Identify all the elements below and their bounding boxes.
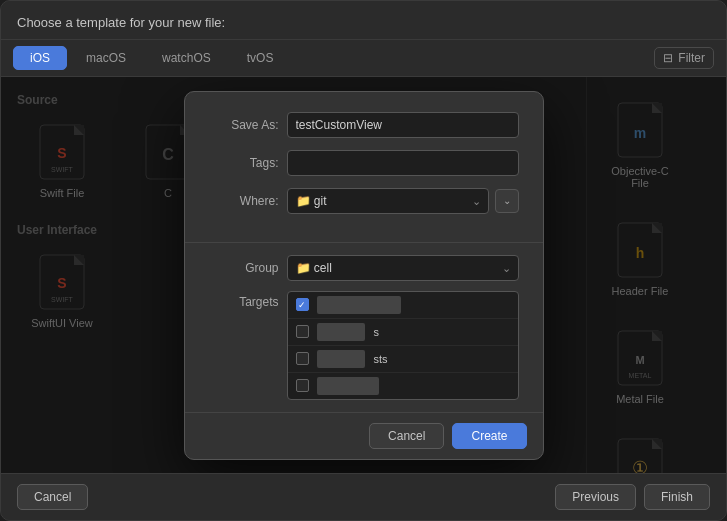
target-checkbox-3[interactable] [296,352,309,365]
bottom-bar: Cancel Previous Finish [1,473,726,520]
targets-row: Targets [209,291,519,400]
top-instruction: Choose a template for your new file: [17,15,225,30]
content-area: Source S SWIFT Swi [1,77,726,473]
target-item-1 [288,292,518,319]
target-text-3 [317,350,366,368]
target-text-4 [317,377,379,395]
group-label: Group [209,261,279,275]
dialog-buttons: Cancel Create [185,412,543,459]
save-as-row: Save As: [209,112,519,138]
save-as-input[interactable] [287,112,519,138]
filter-icon: ⊟ [663,51,673,65]
target-item-2: s [288,319,518,346]
group-select-wrapper: 📁 cell [287,255,519,281]
target-checkbox-2[interactable] [296,325,309,338]
tab-watchos[interactable]: watchOS [145,46,228,70]
targets-list: s sts [287,291,519,400]
filter-button[interactable]: ⊟ Filter [654,47,714,69]
tags-label: Tags: [209,156,279,170]
target-item-3: sts [288,346,518,373]
dialog-create-button[interactable]: Create [452,423,526,449]
tags-row: Tags: [209,150,519,176]
save-as-label: Save As: [209,118,279,132]
save-dialog: Save As: Tags: Where: [184,91,544,460]
targets-label: Targets [209,295,279,309]
tab-bar: iOS macOS watchOS tvOS ⊟ Filter [1,40,726,77]
group-select[interactable]: 📁 cell [287,255,519,281]
target-checkbox-1[interactable] [296,298,309,311]
target-text-1 [317,296,401,314]
where-select[interactable]: 📁 git [287,188,489,214]
dialog-form: Save As: Tags: Where: [185,92,543,242]
tags-input[interactable] [287,150,519,176]
bottom-cancel-button[interactable]: Cancel [17,484,88,510]
target-text-2 [317,323,366,341]
tab-macos[interactable]: macOS [69,46,143,70]
target-item-4 [288,373,518,399]
bottom-previous-button[interactable]: Previous [555,484,636,510]
main-window: Choose a template for your new file: iOS… [0,0,727,521]
filter-label: Filter [678,51,705,65]
target-checkbox-4[interactable] [296,379,309,392]
where-select-wrapper: 📁 git [287,188,489,214]
top-bar: Choose a template for your new file: [1,1,726,40]
target-text-3-suffix: sts [373,353,387,365]
tab-ios[interactable]: iOS [13,46,67,70]
where-controls: 📁 git ⌄ [287,188,519,214]
expanded-section: Group 📁 cell Targets [185,242,543,412]
dialog-cancel-button[interactable]: Cancel [369,423,444,449]
where-row: Where: 📁 git ⌄ [209,188,519,214]
where-expand-button[interactable]: ⌄ [495,189,519,213]
tab-tvos[interactable]: tvOS [230,46,291,70]
modal-overlay: Save As: Tags: Where: [1,77,726,473]
where-label: Where: [209,194,279,208]
target-text-2-suffix: s [373,326,379,338]
group-row: Group 📁 cell [209,255,519,281]
bottom-finish-button[interactable]: Finish [644,484,710,510]
